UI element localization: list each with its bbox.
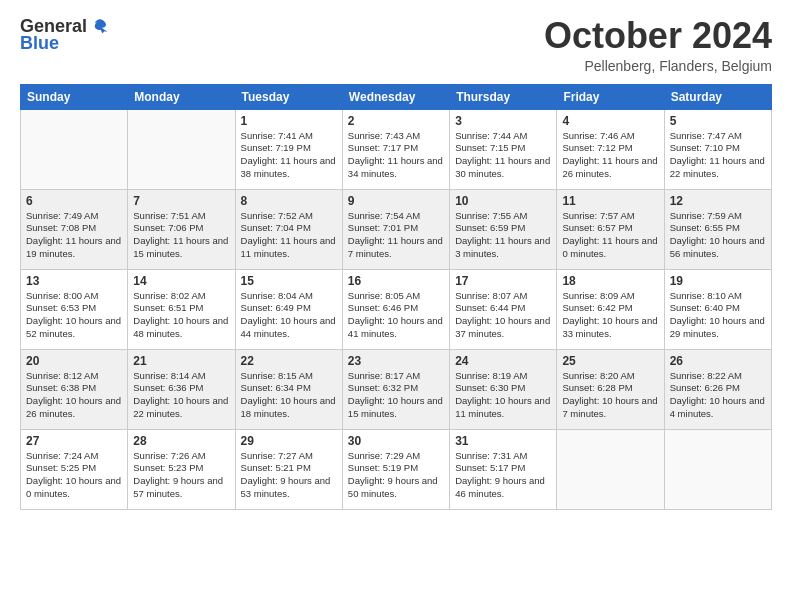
day-number: 29 [241, 434, 337, 448]
day-info: Sunrise: 8:07 AM Sunset: 6:44 PM Dayligh… [455, 290, 551, 341]
calendar-cell: 3Sunrise: 7:44 AM Sunset: 7:15 PM Daylig… [450, 109, 557, 189]
calendar-cell [128, 109, 235, 189]
day-info: Sunrise: 7:52 AM Sunset: 7:04 PM Dayligh… [241, 210, 337, 261]
day-info: Sunrise: 7:47 AM Sunset: 7:10 PM Dayligh… [670, 130, 766, 181]
day-info: Sunrise: 7:59 AM Sunset: 6:55 PM Dayligh… [670, 210, 766, 261]
day-info: Sunrise: 7:54 AM Sunset: 7:01 PM Dayligh… [348, 210, 444, 261]
day-info: Sunrise: 7:29 AM Sunset: 5:19 PM Dayligh… [348, 450, 444, 501]
weekday-header-saturday: Saturday [664, 84, 771, 109]
day-number: 16 [348, 274, 444, 288]
calendar-cell: 19Sunrise: 8:10 AM Sunset: 6:40 PM Dayli… [664, 269, 771, 349]
calendar-week-row: 27Sunrise: 7:24 AM Sunset: 5:25 PM Dayli… [21, 429, 772, 509]
day-info: Sunrise: 8:19 AM Sunset: 6:30 PM Dayligh… [455, 370, 551, 421]
day-number: 12 [670, 194, 766, 208]
calendar-header: SundayMondayTuesdayWednesdayThursdayFrid… [21, 84, 772, 109]
header: General Blue October 2024 Pellenberg, Fl… [20, 16, 772, 74]
title-block: October 2024 Pellenberg, Flanders, Belgi… [544, 16, 772, 74]
calendar-week-row: 6Sunrise: 7:49 AM Sunset: 7:08 PM Daylig… [21, 189, 772, 269]
day-info: Sunrise: 8:14 AM Sunset: 6:36 PM Dayligh… [133, 370, 229, 421]
month-title: October 2024 [544, 16, 772, 56]
day-number: 5 [670, 114, 766, 128]
calendar-cell [21, 109, 128, 189]
calendar-cell: 4Sunrise: 7:46 AM Sunset: 7:12 PM Daylig… [557, 109, 664, 189]
day-info: Sunrise: 7:57 AM Sunset: 6:57 PM Dayligh… [562, 210, 658, 261]
logo-blue-text: Blue [20, 33, 59, 54]
day-number: 17 [455, 274, 551, 288]
calendar-cell: 5Sunrise: 7:47 AM Sunset: 7:10 PM Daylig… [664, 109, 771, 189]
calendar-cell: 20Sunrise: 8:12 AM Sunset: 6:38 PM Dayli… [21, 349, 128, 429]
calendar-week-row: 1Sunrise: 7:41 AM Sunset: 7:19 PM Daylig… [21, 109, 772, 189]
day-number: 14 [133, 274, 229, 288]
weekday-header-sunday: Sunday [21, 84, 128, 109]
calendar-week-row: 20Sunrise: 8:12 AM Sunset: 6:38 PM Dayli… [21, 349, 772, 429]
day-info: Sunrise: 8:05 AM Sunset: 6:46 PM Dayligh… [348, 290, 444, 341]
day-number: 30 [348, 434, 444, 448]
day-number: 21 [133, 354, 229, 368]
day-number: 10 [455, 194, 551, 208]
day-info: Sunrise: 7:26 AM Sunset: 5:23 PM Dayligh… [133, 450, 229, 501]
day-number: 1 [241, 114, 337, 128]
calendar-cell: 31Sunrise: 7:31 AM Sunset: 5:17 PM Dayli… [450, 429, 557, 509]
calendar-cell: 14Sunrise: 8:02 AM Sunset: 6:51 PM Dayli… [128, 269, 235, 349]
day-number: 27 [26, 434, 122, 448]
day-number: 11 [562, 194, 658, 208]
day-info: Sunrise: 7:27 AM Sunset: 5:21 PM Dayligh… [241, 450, 337, 501]
day-info: Sunrise: 7:49 AM Sunset: 7:08 PM Dayligh… [26, 210, 122, 261]
calendar-cell: 26Sunrise: 8:22 AM Sunset: 6:26 PM Dayli… [664, 349, 771, 429]
calendar-cell: 17Sunrise: 8:07 AM Sunset: 6:44 PM Dayli… [450, 269, 557, 349]
day-info: Sunrise: 7:31 AM Sunset: 5:17 PM Dayligh… [455, 450, 551, 501]
calendar-cell: 11Sunrise: 7:57 AM Sunset: 6:57 PM Dayli… [557, 189, 664, 269]
calendar-cell: 29Sunrise: 7:27 AM Sunset: 5:21 PM Dayli… [235, 429, 342, 509]
calendar-cell [664, 429, 771, 509]
calendar-cell: 23Sunrise: 8:17 AM Sunset: 6:32 PM Dayli… [342, 349, 449, 429]
day-number: 13 [26, 274, 122, 288]
day-number: 31 [455, 434, 551, 448]
page: General Blue October 2024 Pellenberg, Fl… [0, 0, 792, 612]
weekday-header-monday: Monday [128, 84, 235, 109]
calendar-cell: 12Sunrise: 7:59 AM Sunset: 6:55 PM Dayli… [664, 189, 771, 269]
day-info: Sunrise: 7:44 AM Sunset: 7:15 PM Dayligh… [455, 130, 551, 181]
day-info: Sunrise: 8:20 AM Sunset: 6:28 PM Dayligh… [562, 370, 658, 421]
calendar-cell: 6Sunrise: 7:49 AM Sunset: 7:08 PM Daylig… [21, 189, 128, 269]
day-number: 9 [348, 194, 444, 208]
calendar-cell: 18Sunrise: 8:09 AM Sunset: 6:42 PM Dayli… [557, 269, 664, 349]
day-number: 6 [26, 194, 122, 208]
day-number: 15 [241, 274, 337, 288]
calendar-cell: 25Sunrise: 8:20 AM Sunset: 6:28 PM Dayli… [557, 349, 664, 429]
calendar-cell: 9Sunrise: 7:54 AM Sunset: 7:01 PM Daylig… [342, 189, 449, 269]
weekday-header-friday: Friday [557, 84, 664, 109]
day-info: Sunrise: 8:04 AM Sunset: 6:49 PM Dayligh… [241, 290, 337, 341]
day-info: Sunrise: 7:46 AM Sunset: 7:12 PM Dayligh… [562, 130, 658, 181]
day-number: 4 [562, 114, 658, 128]
day-number: 20 [26, 354, 122, 368]
logo: General Blue [20, 16, 109, 54]
calendar-cell: 24Sunrise: 8:19 AM Sunset: 6:30 PM Dayli… [450, 349, 557, 429]
weekday-header-wednesday: Wednesday [342, 84, 449, 109]
calendar-cell [557, 429, 664, 509]
day-info: Sunrise: 8:02 AM Sunset: 6:51 PM Dayligh… [133, 290, 229, 341]
day-info: Sunrise: 8:12 AM Sunset: 6:38 PM Dayligh… [26, 370, 122, 421]
day-number: 7 [133, 194, 229, 208]
calendar-cell: 22Sunrise: 8:15 AM Sunset: 6:34 PM Dayli… [235, 349, 342, 429]
calendar-week-row: 13Sunrise: 8:00 AM Sunset: 6:53 PM Dayli… [21, 269, 772, 349]
day-number: 8 [241, 194, 337, 208]
day-number: 26 [670, 354, 766, 368]
day-info: Sunrise: 8:17 AM Sunset: 6:32 PM Dayligh… [348, 370, 444, 421]
day-info: Sunrise: 7:41 AM Sunset: 7:19 PM Dayligh… [241, 130, 337, 181]
logo-bird-icon [91, 17, 109, 35]
day-info: Sunrise: 8:22 AM Sunset: 6:26 PM Dayligh… [670, 370, 766, 421]
calendar-cell: 27Sunrise: 7:24 AM Sunset: 5:25 PM Dayli… [21, 429, 128, 509]
calendar-cell: 15Sunrise: 8:04 AM Sunset: 6:49 PM Dayli… [235, 269, 342, 349]
weekday-header-thursday: Thursday [450, 84, 557, 109]
day-number: 18 [562, 274, 658, 288]
day-number: 19 [670, 274, 766, 288]
calendar-cell: 28Sunrise: 7:26 AM Sunset: 5:23 PM Dayli… [128, 429, 235, 509]
location-subtitle: Pellenberg, Flanders, Belgium [544, 58, 772, 74]
day-number: 25 [562, 354, 658, 368]
calendar-cell: 2Sunrise: 7:43 AM Sunset: 7:17 PM Daylig… [342, 109, 449, 189]
calendar-body: 1Sunrise: 7:41 AM Sunset: 7:19 PM Daylig… [21, 109, 772, 509]
calendar-cell: 30Sunrise: 7:29 AM Sunset: 5:19 PM Dayli… [342, 429, 449, 509]
day-number: 24 [455, 354, 551, 368]
day-info: Sunrise: 8:09 AM Sunset: 6:42 PM Dayligh… [562, 290, 658, 341]
calendar-table: SundayMondayTuesdayWednesdayThursdayFrid… [20, 84, 772, 510]
